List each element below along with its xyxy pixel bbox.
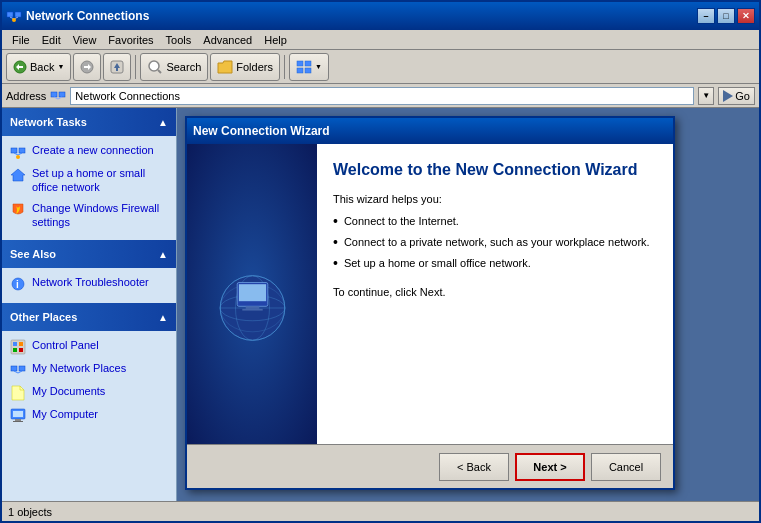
go-label: Go: [735, 90, 750, 102]
view-icon: [296, 60, 312, 74]
svg-rect-14: [305, 61, 311, 66]
wizard-bullet-1: • Connect to the Internet.: [333, 215, 657, 228]
svg-rect-41: [15, 419, 21, 421]
firewall-text: Change Windows Firewall settings: [32, 201, 168, 230]
wizard-bullet-2-text: Connect to a private network, such as yo…: [344, 236, 650, 248]
see-also-arrow: ▲: [158, 249, 168, 260]
setup-home-item[interactable]: Set up a home or small office network: [2, 163, 176, 198]
minimize-button[interactable]: –: [697, 8, 715, 24]
wizard-bullet-3: • Set up a home or small office network.: [333, 257, 657, 270]
wizard-dialog: New Connection Wizard: [185, 116, 675, 490]
menu-edit[interactable]: Edit: [36, 33, 67, 47]
network-tasks-title: Network Tasks: [10, 116, 87, 128]
next-wizard-button[interactable]: Next >: [515, 453, 585, 481]
firewall-item[interactable]: Change Windows Firewall settings: [2, 198, 176, 233]
cancel-wizard-button[interactable]: Cancel: [591, 453, 661, 481]
address-label: Address: [6, 90, 46, 102]
left-panel: Network Tasks ▲ Create a new connection: [2, 108, 177, 501]
svg-rect-33: [13, 348, 17, 352]
other-places-header[interactable]: Other Places ▲: [2, 303, 176, 331]
wizard-background: [187, 144, 317, 444]
troubleshooter-item[interactable]: i Network Troubleshooter: [2, 272, 176, 295]
next-wizard-label: Next >: [533, 461, 566, 473]
go-button[interactable]: Go: [718, 87, 755, 105]
control-panel-item[interactable]: Control Panel: [2, 335, 176, 358]
back-wizard-label: < Back: [457, 461, 491, 473]
close-button[interactable]: ✕: [737, 8, 755, 24]
svg-rect-40: [13, 411, 23, 417]
bullet-dot-1: •: [333, 214, 338, 228]
my-documents-icon: [10, 385, 26, 401]
network-tasks-section: Network Tasks ▲ Create a new connection: [2, 108, 176, 236]
svg-point-11: [149, 61, 159, 71]
troubleshooter-icon: i: [10, 276, 26, 292]
menu-help[interactable]: Help: [258, 33, 293, 47]
other-places-content: Control Panel My Network Places: [2, 331, 176, 431]
back-dropdown-arrow[interactable]: ▼: [57, 63, 64, 70]
network-places-item[interactable]: My Network Places: [2, 358, 176, 381]
svg-rect-18: [59, 92, 65, 97]
create-connection-item[interactable]: Create a new connection: [2, 140, 176, 163]
network-tasks-header[interactable]: Network Tasks ▲: [2, 108, 176, 136]
troubleshooter-text: Network Troubleshooter: [32, 275, 149, 289]
up-button[interactable]: [103, 53, 131, 81]
search-label: Search: [166, 61, 201, 73]
wizard-body: Welcome to the New Connection Wizard Thi…: [187, 144, 673, 444]
right-area: New Connection Wizard: [177, 108, 759, 501]
svg-rect-51: [245, 306, 259, 309]
my-computer-item[interactable]: My Computer: [2, 404, 176, 427]
maximize-button[interactable]: □: [717, 8, 735, 24]
setup-home-text: Set up a home or small office network: [32, 166, 168, 195]
my-documents-text: My Documents: [32, 384, 105, 398]
forward-button[interactable]: [73, 53, 101, 81]
svg-rect-15: [297, 68, 303, 73]
network-places-text: My Network Places: [32, 361, 126, 375]
home-network-icon: [10, 167, 26, 183]
other-places-title: Other Places: [10, 311, 77, 323]
wizard-right-panel: Welcome to the New Connection Wizard Thi…: [317, 144, 673, 444]
wizard-globe-icon: [210, 257, 295, 342]
back-wizard-button[interactable]: < Back: [439, 453, 509, 481]
svg-rect-34: [19, 348, 23, 352]
svg-rect-31: [13, 342, 17, 346]
toolbar: Back ▼ Search Fold: [2, 50, 759, 84]
forward-icon: [80, 60, 94, 74]
svg-line-20: [58, 97, 62, 99]
address-field[interactable]: Network Connections: [70, 87, 694, 105]
status-bar: 1 objects: [2, 501, 759, 521]
toolbar-separator-1: [135, 55, 136, 79]
svg-rect-32: [19, 342, 23, 346]
address-dropdown[interactable]: ▼: [698, 87, 714, 105]
new-connection-icon: [10, 144, 26, 160]
menu-favorites[interactable]: Favorites: [102, 33, 159, 47]
svg-marker-27: [11, 169, 25, 181]
network-tasks-content: Create a new connection Set up a home or…: [2, 136, 176, 236]
folders-button[interactable]: Folders: [210, 53, 280, 81]
search-icon: [147, 59, 163, 75]
wizard-bullet-3-text: Set up a home or small office network.: [344, 257, 531, 269]
create-connection-text: Create a new connection: [32, 143, 154, 157]
my-documents-item[interactable]: My Documents: [2, 381, 176, 404]
view-button[interactable]: ▼: [289, 53, 329, 81]
control-panel-icon: [10, 339, 26, 355]
wizard-bullet-1-text: Connect to the Internet.: [344, 215, 459, 227]
menu-view[interactable]: View: [67, 33, 103, 47]
my-computer-text: My Computer: [32, 407, 98, 421]
see-also-header[interactable]: See Also ▲: [2, 240, 176, 268]
back-label: Back: [30, 61, 54, 73]
svg-rect-23: [19, 148, 25, 153]
svg-rect-0: [7, 12, 13, 17]
search-button[interactable]: Search: [140, 53, 208, 81]
menu-file[interactable]: File: [6, 33, 36, 47]
wizard-subtitle: This wizard helps you:: [333, 193, 657, 205]
back-button[interactable]: Back ▼: [6, 53, 71, 81]
see-also-section: See Also ▲ i Network Troubleshooter: [2, 240, 176, 299]
menu-advanced[interactable]: Advanced: [197, 33, 258, 47]
menu-tools[interactable]: Tools: [160, 33, 198, 47]
firewall-icon: [10, 202, 26, 218]
toolbar-separator-2: [284, 55, 285, 79]
go-icon: [723, 90, 733, 102]
view-dropdown-arrow[interactable]: ▼: [315, 63, 322, 70]
svg-rect-17: [51, 92, 57, 97]
wizard-heading: Welcome to the New Connection Wizard: [333, 160, 657, 181]
